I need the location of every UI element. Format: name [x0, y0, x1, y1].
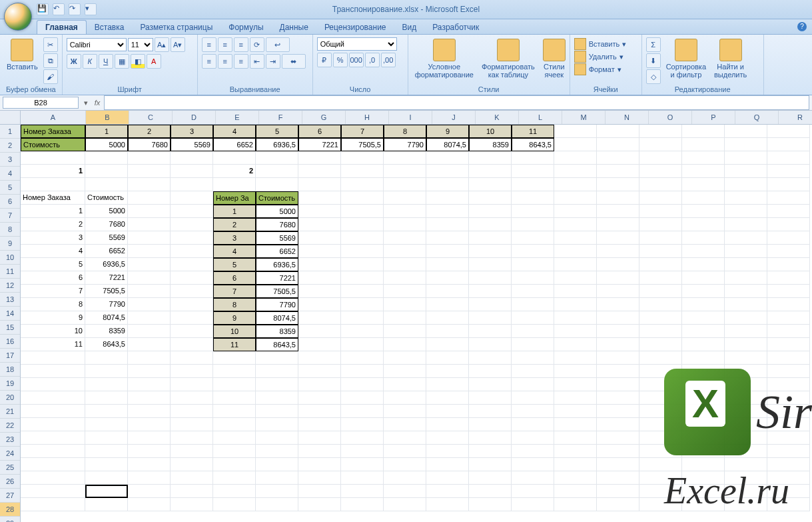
cell-G16[interactable]: [298, 325, 341, 338]
cell-P15[interactable]: [682, 311, 725, 325]
cell-P28[interactable]: [682, 485, 725, 498]
cell-F6[interactable]: Стоимость: [256, 191, 298, 205]
cell-J22[interactable]: [426, 405, 469, 418]
cell-E13[interactable]: 7: [213, 285, 256, 298]
font-size-select[interactable]: 11: [128, 38, 153, 51]
cell-C7[interactable]: [128, 205, 171, 218]
cell-N18[interactable]: [597, 351, 639, 365]
cell-G22[interactable]: [298, 405, 341, 418]
row-header-9[interactable]: 9: [0, 237, 20, 251]
tab-home[interactable]: Главная: [37, 20, 87, 34]
cell-Q14[interactable]: [725, 298, 767, 311]
cell-P16[interactable]: [682, 325, 725, 338]
cell-R3[interactable]: [767, 151, 810, 165]
cell-E11[interactable]: 5: [213, 258, 256, 271]
cell-C11[interactable]: [128, 258, 171, 271]
cell-J4[interactable]: [426, 165, 469, 178]
cell-A13[interactable]: 7: [21, 285, 85, 298]
cell-M16[interactable]: [554, 325, 597, 338]
cell-I22[interactable]: [384, 405, 426, 418]
inc-decimal-icon[interactable]: ,0: [365, 53, 380, 67]
col-header-P[interactable]: P: [692, 111, 735, 124]
cell-I2[interactable]: 7790: [384, 138, 426, 151]
cell-E12[interactable]: 6: [213, 271, 256, 285]
cell-F27[interactable]: [256, 471, 298, 485]
cell-G7[interactable]: [298, 205, 341, 218]
align-center-icon[interactable]: ≡: [218, 54, 232, 69]
cell-J7[interactable]: [426, 205, 469, 218]
cell-D26[interactable]: [171, 458, 213, 471]
cell-D11[interactable]: [171, 258, 213, 271]
qat-dropdown-icon[interactable]: ▾: [85, 3, 97, 15]
cell-Q16[interactable]: [725, 325, 767, 338]
cell-E26[interactable]: [213, 458, 256, 471]
cell-Q17[interactable]: [725, 338, 767, 351]
fx-icon[interactable]: fx: [91, 99, 104, 107]
cell-M25[interactable]: [554, 445, 597, 458]
cell-F25[interactable]: [256, 445, 298, 458]
cell-P14[interactable]: [682, 298, 725, 311]
cell-M15[interactable]: [554, 311, 597, 325]
cell-F13[interactable]: 7505,5: [256, 285, 298, 298]
clear-icon[interactable]: ◇: [646, 69, 661, 84]
cell-F29[interactable]: [256, 498, 298, 511]
cell-F2[interactable]: 6936,5: [256, 138, 298, 151]
cell-D5[interactable]: [171, 178, 213, 191]
cell-M23[interactable]: [554, 418, 597, 431]
cell-F5[interactable]: [256, 178, 298, 191]
tab-review[interactable]: Рецензирование: [316, 21, 394, 34]
cell-F10[interactable]: 6652: [256, 245, 298, 258]
cell-R13[interactable]: [767, 285, 810, 298]
cell-R1[interactable]: [767, 125, 810, 138]
cell-P9[interactable]: [682, 231, 725, 245]
cell-I13[interactable]: [384, 285, 426, 298]
cell-C29[interactable]: [128, 498, 171, 511]
cell-H16[interactable]: [341, 325, 384, 338]
cell-A17[interactable]: 11: [21, 338, 85, 351]
redo-icon[interactable]: ↷: [69, 3, 81, 15]
cell-H5[interactable]: [341, 178, 384, 191]
cell-Q25[interactable]: [725, 445, 767, 458]
cell-L22[interactable]: [512, 405, 554, 418]
cell-J16[interactable]: [426, 325, 469, 338]
cell-P10[interactable]: [682, 245, 725, 258]
cell-C17[interactable]: [128, 338, 171, 351]
cell-H11[interactable]: [341, 258, 384, 271]
font-name-select[interactable]: Calibri: [67, 38, 127, 51]
row-header-1[interactable]: 1: [0, 125, 20, 139]
cell-O18[interactable]: [639, 351, 682, 365]
row-header-29[interactable]: 29: [0, 517, 20, 522]
cell-K11[interactable]: [469, 258, 512, 271]
cell-J10[interactable]: [426, 245, 469, 258]
cell-G17[interactable]: [298, 338, 341, 351]
cell-M6[interactable]: [554, 191, 597, 205]
cell-L14[interactable]: [512, 298, 554, 311]
cell-Q24[interactable]: [725, 431, 767, 445]
cell-L2[interactable]: 8643,5: [512, 138, 554, 151]
cell-I12[interactable]: [384, 271, 426, 285]
cell-C12[interactable]: [128, 271, 171, 285]
cell-B18[interactable]: [85, 351, 128, 365]
cell-B8[interactable]: 7680: [85, 218, 128, 231]
cell-B14[interactable]: 7790: [85, 298, 128, 311]
cell-C20[interactable]: [128, 378, 171, 391]
tab-developer[interactable]: Разработчик: [424, 21, 487, 34]
cell-K14[interactable]: [469, 298, 512, 311]
cell-E16[interactable]: 10: [213, 325, 256, 338]
cell-G10[interactable]: [298, 245, 341, 258]
cell-O21[interactable]: [639, 391, 682, 405]
cell-C27[interactable]: [128, 471, 171, 485]
spreadsheet-grid[interactable]: 1234567891011121314151617181920212223242…: [0, 111, 812, 522]
cell-Q28[interactable]: [725, 485, 767, 498]
cell-E28[interactable]: [213, 485, 256, 498]
cell-J20[interactable]: [426, 378, 469, 391]
cell-P22[interactable]: [682, 405, 725, 418]
cell-B2[interactable]: 5000: [85, 138, 128, 151]
cell-L3[interactable]: [512, 151, 554, 165]
cell-C19[interactable]: [128, 365, 171, 378]
cell-N11[interactable]: [597, 258, 639, 271]
cell-A7[interactable]: 1: [21, 205, 85, 218]
row-header-26[interactable]: 26: [0, 475, 20, 489]
cell-O20[interactable]: [639, 378, 682, 391]
cell-I25[interactable]: [384, 445, 426, 458]
